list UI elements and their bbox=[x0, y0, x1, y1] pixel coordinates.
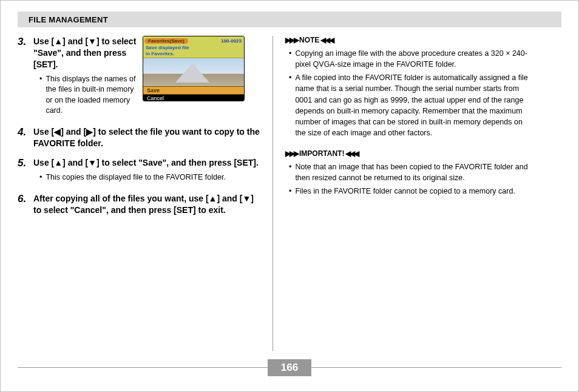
step-title: After copying all of the files you want,… bbox=[33, 193, 260, 216]
footer-rule: 166 bbox=[18, 359, 561, 376]
screenshot-menu: Save Cancel bbox=[143, 86, 244, 101]
rule-left bbox=[18, 367, 268, 368]
important-label: IMPORTANT! bbox=[299, 149, 344, 158]
screenshot-mode-label: Favorites(Save) bbox=[144, 38, 188, 44]
step-number: 5. bbox=[18, 157, 33, 184]
bullet-text: This copies the displayed file to the FA… bbox=[46, 172, 225, 183]
two-column-layout: 3. Use [▲] and [▼] to select "Save", and… bbox=[18, 36, 561, 351]
bullet-text: Note that an image that has been copied … bbox=[295, 161, 533, 183]
step-4: 4. Use [◀] and [▶] to select the file yo… bbox=[18, 126, 260, 149]
screenshot-sub-line2: in Favorites. bbox=[146, 51, 242, 57]
section-title: FILE MANAGEMENT bbox=[29, 15, 108, 24]
step-5-bullets: This copies the displayed file to the FA… bbox=[33, 172, 260, 183]
page: FILE MANAGEMENT 3. Use [▲] and [▼] to se… bbox=[0, 0, 579, 392]
page-footer: 166 bbox=[18, 359, 561, 376]
note-heading: ▶▶▶ NOTE ◀◀◀ bbox=[285, 36, 533, 44]
step-3-body: Use [▲] and [▼] to select "Save", and th… bbox=[33, 36, 260, 118]
bullet-text: A file copied into the FAVORITE folder i… bbox=[295, 72, 533, 138]
important-bullets: Note that an image that has been copied … bbox=[285, 161, 533, 197]
bullet-item: Note that an image that has been copied … bbox=[289, 161, 533, 183]
menu-item-cancel: Cancel bbox=[143, 95, 244, 101]
step-title: Use [◀] and [▶] to select the file you w… bbox=[33, 126, 260, 149]
screenshot-subtitle: Save displayed file in Favorites. bbox=[143, 45, 244, 58]
bullet-item: Copying an image file with the above pro… bbox=[289, 48, 533, 70]
arrow-left-icon: ◀◀◀ bbox=[320, 36, 333, 44]
page-number: 166 bbox=[268, 359, 311, 376]
screenshot-header: Favorites(Save) 100-0023 bbox=[143, 36, 244, 45]
screenshot-file-number: 100-0023 bbox=[221, 38, 242, 44]
screenshot-sub-line1: Save displayed file bbox=[146, 45, 242, 51]
step-title: Use [▲] and [▼] to select "Save", and th… bbox=[33, 36, 137, 70]
bullet-text: Copying an image file with the above pro… bbox=[295, 48, 533, 70]
step-number: 6. bbox=[18, 193, 33, 216]
bullet-item: This copies the displayed file to the FA… bbox=[39, 172, 260, 183]
bullet-item: This displays the names of the files in … bbox=[39, 74, 137, 117]
important-heading: ▶▶▶ IMPORTANT! ◀◀◀ bbox=[285, 149, 533, 158]
rule-right bbox=[311, 367, 561, 368]
arrow-right-icon: ▶▶▶ bbox=[285, 149, 298, 158]
step-6-body: After copying all of the files you want,… bbox=[33, 193, 260, 216]
step-5: 5. Use [▲] and [▼] to select "Save", and… bbox=[18, 157, 260, 184]
note-label: NOTE bbox=[299, 36, 319, 44]
left-column: 3. Use [▲] and [▼] to select "Save", and… bbox=[18, 36, 273, 351]
right-column: ▶▶▶ NOTE ◀◀◀ Copying an image file with … bbox=[273, 36, 533, 351]
bullet-item: Files in the FAVORITE folder cannot be c… bbox=[289, 186, 533, 197]
step-6: 6. After copying all of the files you wa… bbox=[18, 193, 260, 216]
bullet-item: A file copied into the FAVORITE folder i… bbox=[289, 72, 533, 138]
screenshot-preview bbox=[143, 58, 244, 86]
step-number: 3. bbox=[18, 36, 33, 118]
note-bullets: Copying an image file with the above pro… bbox=[285, 48, 533, 138]
step-3: 3. Use [▲] and [▼] to select "Save", and… bbox=[18, 36, 260, 118]
device-screenshot: Favorites(Save) 100-0023 Save displayed … bbox=[143, 36, 245, 101]
step-3-text: Use [▲] and [▼] to select "Save", and th… bbox=[33, 36, 137, 118]
step-title: Use [▲] and [▼] to select "Save", and th… bbox=[33, 157, 260, 169]
arrow-right-icon: ▶▶▶ bbox=[285, 36, 298, 44]
mountain-icon bbox=[175, 63, 209, 83]
step-3-bullets: This displays the names of the files in … bbox=[33, 74, 137, 117]
arrow-left-icon: ◀◀◀ bbox=[345, 149, 358, 158]
bullet-text: This displays the names of the files in … bbox=[46, 74, 137, 117]
step-5-body: Use [▲] and [▼] to select "Save", and th… bbox=[33, 157, 260, 184]
section-header: FILE MANAGEMENT bbox=[18, 12, 561, 27]
step-4-body: Use [◀] and [▶] to select the file you w… bbox=[33, 126, 260, 149]
menu-item-save: Save bbox=[143, 86, 244, 95]
bullet-text: Files in the FAVORITE folder cannot be c… bbox=[295, 186, 515, 197]
step-number: 4. bbox=[18, 126, 33, 149]
